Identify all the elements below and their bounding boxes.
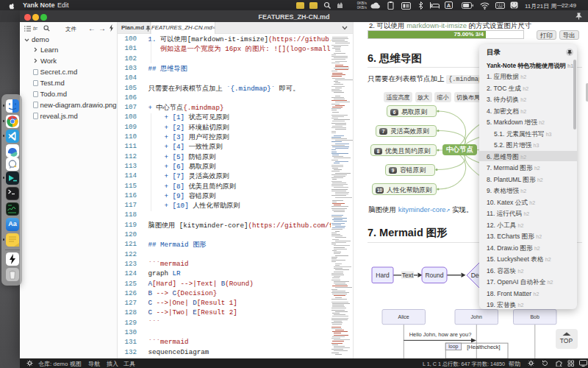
svg-text:Hard: Hard (376, 272, 390, 279)
svg-text:John: John (471, 314, 482, 319)
svg-text:Text: Text (402, 272, 414, 279)
svg-text:Alice: Alice (398, 314, 409, 319)
svg-text:Round: Round (425, 272, 443, 279)
svg-text:loop: loop (448, 344, 458, 350)
svg-text:Hello John, how are you?: Hello John, how are you? (409, 331, 472, 338)
svg-text:Bob: Bob (530, 314, 539, 319)
svg-text:[Healthcheck]: [Healthcheck] (467, 344, 500, 350)
